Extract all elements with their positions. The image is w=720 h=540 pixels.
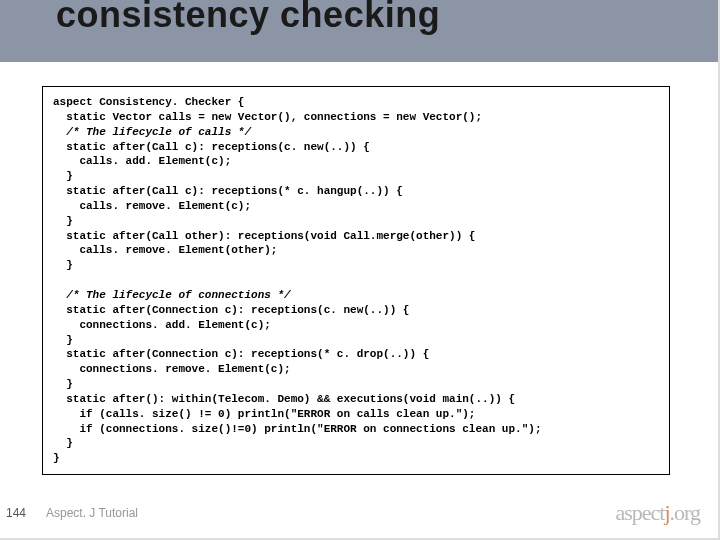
code-line: static after(Connection c): receptions(c… bbox=[53, 304, 409, 316]
code-line: static Vector calls = new Vector(), conn… bbox=[53, 111, 482, 123]
code-line: static after(Call other): receptions(voi… bbox=[53, 230, 475, 242]
code-line: static after(Call c): receptions(c. new(… bbox=[53, 141, 370, 153]
slide-title: consistency checking bbox=[56, 0, 440, 36]
code-line: static after(): within(Telecom. Demo) &&… bbox=[53, 393, 515, 405]
code-line: } bbox=[53, 437, 73, 449]
slide-number: 144 bbox=[6, 506, 26, 520]
code-line: if (calls. size() != 0) println("ERROR o… bbox=[53, 408, 475, 420]
code-line: calls. remove. Element(other); bbox=[53, 244, 277, 256]
code-line: calls. remove. Element(c); bbox=[53, 200, 251, 212]
code-block: aspect Consistency. Checker { static Vec… bbox=[42, 86, 670, 475]
code-line: if (connections. size()!=0) println("ERR… bbox=[53, 423, 541, 435]
footer-text: Aspect. J Tutorial bbox=[46, 506, 138, 520]
code-line: } bbox=[53, 378, 73, 390]
code-line: } bbox=[53, 170, 73, 182]
logo: aspectj.org bbox=[615, 500, 700, 526]
code-line: static after(Call c): receptions(* c. ha… bbox=[53, 185, 403, 197]
code-line: } bbox=[53, 452, 60, 464]
code-line: connections. remove. Element(c); bbox=[53, 363, 291, 375]
code-line: aspect Consistency. Checker { bbox=[53, 96, 244, 108]
code-line: calls. add. Element(c); bbox=[53, 155, 231, 167]
code-line: } bbox=[53, 334, 73, 346]
code-line: connections. add. Element(c); bbox=[53, 319, 271, 331]
logo-text: aspect bbox=[615, 500, 664, 525]
code-line: static after(Connection c): receptions(*… bbox=[53, 348, 429, 360]
code-line: } bbox=[53, 259, 73, 271]
code-comment: /* The lifecycle of calls */ bbox=[53, 126, 251, 138]
logo-suffix: .org bbox=[670, 500, 700, 525]
code-comment: /* The lifecycle of connections */ bbox=[53, 289, 291, 301]
code-line: } bbox=[53, 215, 73, 227]
